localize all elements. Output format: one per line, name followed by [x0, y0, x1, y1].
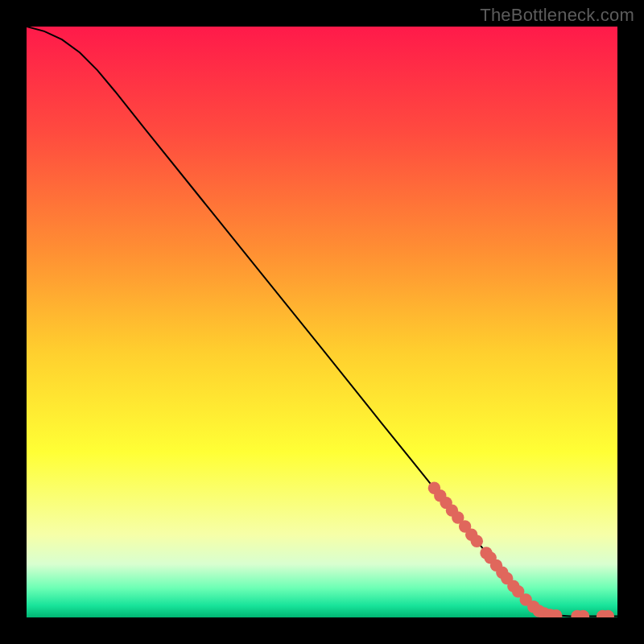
plot-area — [27, 27, 617, 617]
chart-svg — [27, 27, 617, 617]
gradient-background — [27, 27, 617, 617]
data-marker — [471, 535, 483, 547]
chart-frame: TheBottleneck.com — [0, 0, 644, 644]
attribution-text: TheBottleneck.com — [480, 5, 634, 26]
